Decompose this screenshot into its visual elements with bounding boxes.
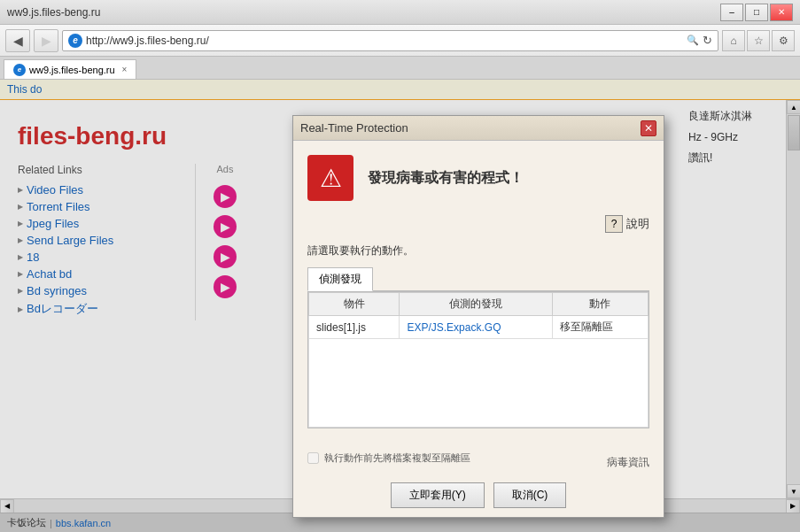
modal-tabs: 偵測發現 [307, 267, 649, 291]
title-bar: ww9.js.files-beng.ru – □ ✕ [0, 0, 800, 25]
footer-row: 執行動作前先將檔案複製至隔離區 病毒資訊 [307, 451, 649, 474]
help-label: 說明 [626, 216, 649, 232]
warning-triangle-icon: ⚠ [320, 164, 342, 193]
forward-icon: ▶ [42, 34, 51, 48]
back-button[interactable]: ◀ [5, 29, 30, 52]
address-text: http://ww9.js.files-beng.ru/ [86, 35, 683, 47]
detection-table: 物件 偵測的發現 動作 slides[1].js EXP/JS.Expack.G… [308, 292, 649, 428]
cancel-button[interactable]: 取消(C) [493, 482, 567, 508]
back-icon: ◀ [13, 34, 23, 48]
apply-button[interactable]: 立即套用(Y) [391, 482, 485, 508]
modal-footer: 執行動作前先將檔案複製至隔離區 病毒資訊 立即套用(Y) 取消(C) [293, 443, 664, 517]
tab-close-button[interactable]: × [122, 65, 128, 74]
col-action: 動作 [552, 293, 648, 316]
checkbox-row: 執行動作前先將檔案複製至隔離區 [307, 451, 470, 465]
security-dialog: Real-Time Protection ✕ ⚠ 發現病毒或有害的程式！ ? 說… [292, 115, 664, 518]
table-cell-object: slides[1].js [309, 316, 400, 339]
refresh-icon[interactable]: ↻ [703, 34, 712, 47]
col-object: 物件 [309, 293, 400, 316]
browser-window: ww9.js.files-beng.ru – □ ✕ ◀ ▶ e http://… [0, 0, 800, 532]
tools-button[interactable]: ⚙ [772, 30, 795, 51]
modal-body: ⚠ 發現病毒或有害的程式！ ? 說明 請選取要執行的動作。 偵測發現 [293, 141, 664, 443]
table-header-row: 物件 偵測的發現 動作 [309, 293, 649, 316]
nav-bar: ◀ ▶ e http://ww9.js.files-beng.ru/ 🔍 ↻ ⌂… [0, 25, 800, 57]
active-tab[interactable]: e ww9.js.files-beng.ru × [4, 59, 136, 79]
virus-info-link[interactable]: 病毒資訊 [607, 455, 649, 470]
checkbox-label: 執行動作前先將檔案複製至隔離區 [324, 451, 470, 465]
modal-help-row: ? 說明 [307, 215, 649, 233]
page-content: This do files-beng.ru Related Links Vide… [0, 80, 800, 532]
detection-link[interactable]: EXP/JS.Expack.GQ [407, 321, 501, 334]
modal-title: Real-Time Protection [300, 121, 408, 135]
address-bar[interactable]: e http://ww9.js.files-beng.ru/ 🔍 ↻ [62, 30, 718, 51]
table-cell-action: 移至隔離區 [552, 316, 648, 339]
warning-icon: ⚠ [307, 155, 353, 201]
close-window-button[interactable]: ✕ [770, 4, 793, 21]
help-button[interactable]: ? [605, 215, 623, 233]
ie-favicon: e [68, 34, 82, 48]
modal-instruction: 請選取要執行的動作。 [307, 243, 649, 258]
modal-buttons: 立即套用(Y) 取消(C) [307, 482, 649, 508]
maximize-button[interactable]: □ [745, 4, 768, 21]
forward-button[interactable]: ▶ [34, 29, 58, 52]
modal-header-text: 發現病毒或有害的程式！ [368, 169, 524, 188]
modal-header-row: ⚠ 發現病毒或有害的程式！ [307, 155, 649, 201]
col-detection: 偵測的發現 [400, 293, 553, 316]
tab-bar: e ww9.js.files-beng.ru × [0, 57, 800, 80]
table-empty-row [309, 339, 649, 428]
search-icon: 🔍 [687, 35, 699, 46]
tab-favicon: e [13, 64, 26, 76]
nav-right-buttons: ⌂ ☆ ⚙ [722, 30, 795, 51]
modal-titlebar: Real-Time Protection ✕ [293, 116, 664, 141]
quarantine-checkbox[interactable] [307, 452, 319, 464]
detection-table-area: 物件 偵測的發現 動作 slides[1].js EXP/JS.Expack.G… [307, 291, 649, 428]
title-bar-buttons: – □ ✕ [720, 4, 793, 21]
window-title: ww9.js.files-beng.ru [7, 6, 100, 19]
table-cell-detection: EXP/JS.Expack.GQ [400, 316, 553, 339]
modal-close-button[interactable]: ✕ [641, 120, 656, 136]
minimize-button[interactable]: – [720, 4, 743, 21]
table-row: slides[1].js EXP/JS.Expack.GQ 移至隔離區 [309, 316, 649, 339]
home-button[interactable]: ⌂ [722, 30, 745, 51]
detection-tab[interactable]: 偵測發現 [307, 267, 373, 291]
tab-label: ww9.js.files-beng.ru [29, 65, 115, 75]
favorites-button[interactable]: ☆ [747, 30, 770, 51]
